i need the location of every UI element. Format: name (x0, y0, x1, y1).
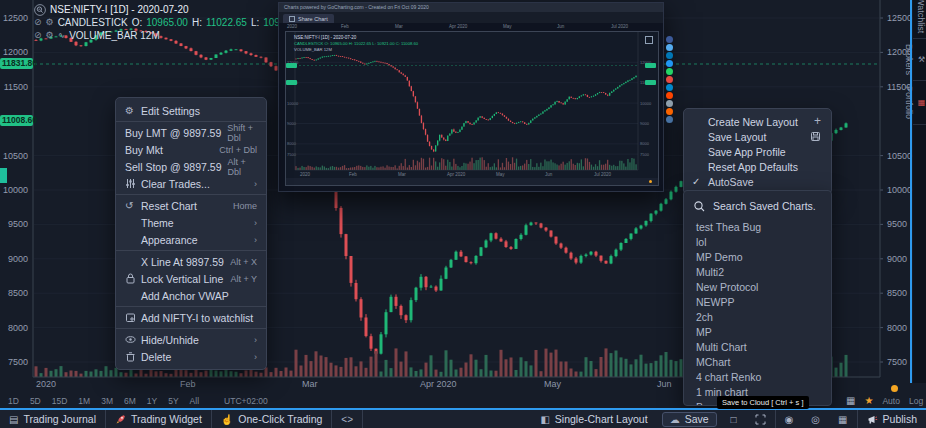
timeframe-15d[interactable]: 15D (52, 396, 68, 406)
timezone-label[interactable]: UTC+02:00 (224, 396, 268, 406)
left-edge-tag[interactable] (0, 168, 7, 183)
share-icon-whatsapp[interactable] (666, 68, 673, 75)
target-button[interactable]: ◎ (802, 410, 829, 428)
wave-icon: ∿ (58, 31, 66, 40)
saved-chart-lol[interactable]: lol (684, 234, 831, 249)
trading-widget-button[interactable]: Trading Widget (106, 410, 212, 428)
menu-shortcut: › (254, 218, 257, 228)
menu-group: ↺Reset ChartHomeTheme›Appearance› (116, 194, 266, 250)
saved-chart-multi-chart[interactable]: Multi Chart (684, 339, 831, 354)
layout-menu-item-save-layout[interactable]: Save Layout (684, 129, 831, 144)
study-settings-icon[interactable]: ⚙ (46, 18, 54, 27)
layout-menu-item-reset-app-defaults[interactable]: Reset App Defaults (684, 159, 831, 174)
timeframe-6m[interactable]: 6M (124, 396, 136, 406)
layout-menu-item-save-app-profile[interactable]: Save App Profile (684, 144, 831, 159)
share-icon-pinterest[interactable] (666, 76, 673, 83)
share-icon-linkedin[interactable] (666, 52, 673, 59)
timeframe-1d[interactable]: 1D (8, 396, 19, 406)
zoom-out-icon[interactable] (34, 4, 46, 16)
share-icon-email[interactable] (666, 100, 673, 107)
trading-journal-button[interactable]: ▤Trading Journal (0, 410, 106, 428)
share-icon-hackernews[interactable] (666, 108, 673, 115)
saved-chart-test-thea-bug[interactable]: test Thea Bug (684, 219, 831, 234)
menu-item-sell-stop-9897-59[interactable]: Sell Stop @ 9897.59Alt + Dbl (116, 158, 266, 175)
publish-button[interactable]: Publish (857, 410, 926, 428)
menu-item-clear-trades[interactable]: Clear Trades...› (116, 175, 266, 192)
share-chart-popup[interactable]: Charts powered by GoCharting.com - Creat… (278, 2, 664, 192)
menu-item-buy-lmt-9897-59[interactable]: Buy LMT @ 9897.59Shift + Dbl (116, 124, 266, 141)
sliders-icon (125, 178, 141, 189)
auto-scale-toggle[interactable]: Auto (882, 396, 900, 406)
share-icon-facebook[interactable] (666, 36, 673, 43)
side-tab-label: Brokers (904, 44, 914, 75)
share-icon-twitter[interactable] (666, 44, 673, 51)
menu-item-add-anchor-vwap[interactable]: Add Anchor VWAP (116, 287, 266, 304)
button-label: Single-Chart Layout (555, 413, 648, 425)
timeframe-1y[interactable]: 1Y (147, 396, 157, 406)
saved-chart-2ch[interactable]: 2ch (684, 309, 831, 324)
saved-charts-search[interactable]: Search Saved Charts. (684, 191, 831, 219)
menu-item-edit-settings[interactable]: ⚙Edit Settings (116, 102, 266, 119)
saved-chart-mp[interactable]: MP (684, 324, 831, 339)
plus-icon: + (814, 116, 821, 127)
saved-chart-mchart[interactable]: MChart (684, 354, 831, 369)
layout-menu-item-create-new-layout[interactable]: Create New Layout+ (684, 114, 831, 129)
menu-item-delete[interactable]: Delete› (116, 348, 266, 365)
select-region-button[interactable]: □ (722, 410, 746, 428)
price-axis-left[interactable]: 1250012000115001050010000950090008500800… (0, 0, 30, 392)
side-tab-watchlist[interactable]: Watchlist (913, 0, 926, 39)
favorite-star-icon[interactable]: ★ (864, 396, 873, 406)
popup-ruler-month: Feb (341, 24, 349, 29)
time-tick: May (544, 379, 561, 389)
menu-item-add-nifty-i-to-watchlist[interactable]: Add NIFTY-I to watchlist (116, 309, 266, 326)
hide-study-icon[interactable]: ⊘ (34, 18, 42, 27)
marketplace-button[interactable]: ▦ (829, 410, 856, 428)
open-value: 10965.00 (146, 17, 188, 28)
timeframe-3m[interactable]: 3M (101, 396, 113, 406)
timeframe-all[interactable]: All (190, 396, 199, 406)
layout-menu-item-autosave[interactable]: ✓AutoSave (684, 174, 831, 189)
menu-item-lock-vertical-line[interactable]: Lock Vertical LineAlt + Y (116, 270, 266, 287)
saved-chart-4-chart-renko[interactable]: 4 chart Renko (684, 369, 831, 384)
menu-item-x-line-at-9897-59[interactable]: X Line At 9897.59Alt + X (116, 253, 266, 270)
side-tab-brokers[interactable]: ⚒Brokers (913, 39, 926, 81)
menu-item-hide-unhide[interactable]: Hide/Unhide› (116, 331, 266, 348)
timeframe-1m[interactable]: 1M (78, 396, 90, 406)
svg-text:May: May (496, 172, 505, 177)
copy-icon[interactable] (645, 36, 653, 44)
share-icon-vk[interactable] (666, 116, 673, 123)
save-button[interactable]: ☁Save (662, 412, 717, 427)
saved-chart-new-protocol[interactable]: New Protocol (684, 279, 831, 294)
share-icon-telegram[interactable] (666, 84, 673, 91)
code-view-button[interactable]: <> (332, 410, 363, 428)
log-scale-toggle[interactable]: Log (909, 396, 923, 406)
bottom-toolbar-right: ◧Single-Chart Layout☁Save□◉◎▦Publish (531, 410, 926, 428)
volume-settings-icon[interactable]: ⚙ (46, 31, 54, 40)
saved-chart-multi2[interactable]: Multi2 (684, 264, 831, 279)
snapshot-button[interactable]: ◉ (775, 410, 803, 428)
menu-item-appearance[interactable]: Appearance› (116, 231, 266, 248)
single-chart-layout-button[interactable]: ◧Single-Chart Layout (531, 410, 656, 428)
saved-chart-newpp[interactable]: NEWPP (684, 294, 831, 309)
popup-tab-row: Share Chart (279, 12, 663, 23)
share-icon-reddit[interactable] (666, 92, 673, 99)
menu-shortcut: Alt + Y (230, 274, 257, 284)
timeframe-5y[interactable]: 5Y (168, 396, 178, 406)
one-click-trading-button[interactable]: ☝One-Click Trading (212, 410, 333, 428)
menu-item-label: Buy Mkt (125, 144, 213, 156)
open-label: O: (132, 17, 143, 28)
side-tab-portfolio[interactable]: ▦Portfolio (913, 81, 926, 125)
hide-volume-icon[interactable]: ⊘ (34, 31, 42, 40)
megaphone-icon (867, 414, 878, 425)
grid-icon[interactable]: ▦ (846, 396, 855, 406)
saved-chart-mp-demo[interactable]: MP Demo (684, 249, 831, 264)
share-icon-messenger[interactable] (666, 60, 673, 67)
menu-item-theme[interactable]: Theme› (116, 214, 266, 231)
tab-share-chart[interactable]: Share Chart (283, 14, 334, 23)
fullscreen-button[interactable] (746, 410, 775, 428)
menu-item-buy-mkt[interactable]: Buy MktCtrl + Dbl (116, 141, 266, 158)
price-tick: 11500 (0, 83, 28, 92)
menu-item-reset-chart[interactable]: ↺Reset ChartHome (116, 197, 266, 214)
menu-shortcut: › (254, 179, 257, 189)
timeframe-5d[interactable]: 5D (30, 396, 41, 406)
